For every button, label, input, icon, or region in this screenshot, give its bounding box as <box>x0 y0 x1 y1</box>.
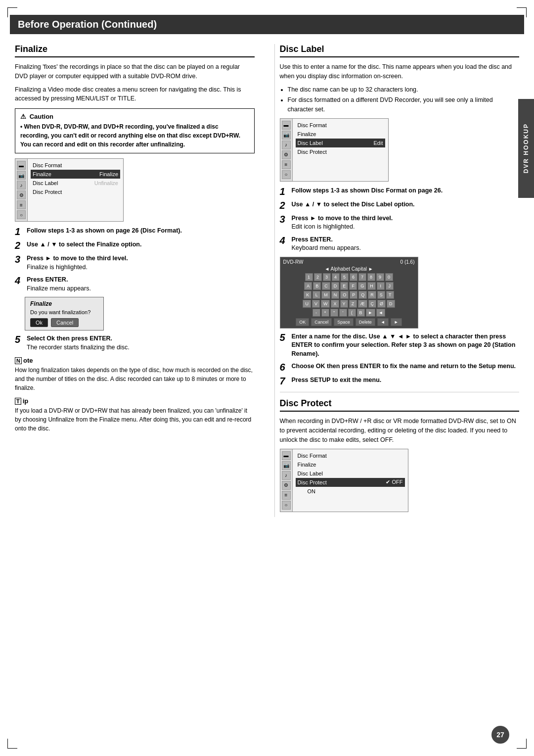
note-icon: N <box>15 357 22 364</box>
finalize-popup: Finalize Do you want finalization? Ok Ca… <box>25 297 104 331</box>
kbd-ok[interactable]: OK <box>296 318 309 326</box>
kbd-cancel[interactable]: Cancel <box>311 318 332 326</box>
caution-title: ⚠ Caution <box>20 113 249 120</box>
popup-question: Do you want finalization? <box>30 309 98 315</box>
kbd-right[interactable]: ► <box>391 318 402 326</box>
menu-items-3: Disc Format Finalize Disc Label Disc Pro… <box>293 449 408 512</box>
menu3-disc-protect: Disc Protect ✔ OFF <box>296 478 405 487</box>
disc-label-bullets: The disc name can be up to 32 characters… <box>280 85 520 114</box>
disc-label-step5: 5 Enter a name for the disc. Use ▲ ▼ ◄ ►… <box>280 332 520 359</box>
menu-icons: ▬ 📷 ♪ ⚙ ≡ ○ <box>15 159 28 221</box>
finalize-step1: 1 Follow steps 1-3 as shown on page 26 (… <box>15 227 255 236</box>
kbd-nav: ◄ Alphabet Capital ► <box>282 266 416 272</box>
menu3-finalize: Finalize <box>296 460 405 469</box>
right-column: Disc Label Use this to enter a name for … <box>274 44 520 517</box>
disc-label-step6: 6 Choose OK then press ENTER to fix the … <box>280 362 520 372</box>
corner-tl <box>7 7 17 17</box>
kbd-row-5: - * " ' ( B ► ◄ <box>282 309 416 317</box>
finalize-step4: 4 Press ENTER. Finalize menu appears. <box>15 276 255 293</box>
popup-buttons: Ok Cancel <box>30 318 98 327</box>
kbd-row-3: K L M N O P Q R S T <box>282 291 416 299</box>
kbd-space[interactable]: Space <box>334 318 354 326</box>
menu-icon3-music: ♪ <box>282 471 291 480</box>
menu-icon-camera: 📷 <box>17 171 26 180</box>
menu-items-2: Disc Format Finalize Disc Label Edit Dis… <box>293 119 388 181</box>
popup-ok-btn[interactable]: Ok <box>30 318 48 327</box>
kbd-header-left: DVD-RW <box>283 259 304 265</box>
finalize-para1: Finalizing 'fixes' the recordings in pla… <box>15 62 255 81</box>
disc-label-menu-screenshot: ▬ 📷 ♪ ⚙ ≡ ○ Disc Format Finalize Disc La <box>280 118 389 182</box>
dvr-hookup-tab: DVR HOOKUP <box>518 99 534 198</box>
tip-title: T ip <box>15 397 255 405</box>
menu-icon2-gear: ⚙ <box>282 150 291 159</box>
disc-label-step1: 1 Follow steps 1-3 as shown Disc Format … <box>280 187 520 196</box>
note-text: How long finalization takes depends on t… <box>15 366 255 392</box>
bullet-2: For discs formatted on a different DVD R… <box>288 95 520 114</box>
finalize-menu-screenshot: ▬ 📷 ♪ ⚙ ≡ ○ Disc Format Finalize Finaliz… <box>15 158 124 222</box>
finalize-step5: 5 Select Ok then press ENTER. The record… <box>15 334 255 352</box>
menu-icon2-music: ♪ <box>282 141 291 149</box>
menu-item-disc-protect: Disc Protect <box>31 188 120 196</box>
menu-icons-3: ▬ 📷 ♪ ⚙ ≡ ○ <box>280 449 293 512</box>
menu-icon2-disc: ▬ <box>282 121 291 130</box>
disc-label-step3: 3 Press ► to move to the third level. Ed… <box>280 214 520 232</box>
menu-icon-gear: ⚙ <box>17 190 26 199</box>
menu-icon2-circle: ○ <box>282 170 291 179</box>
kbd-left[interactable]: ◄ <box>377 318 389 326</box>
menu-icon3-circle: ○ <box>282 501 291 510</box>
disc-label-heading: Disc Label <box>280 44 520 57</box>
divider <box>280 392 520 392</box>
kbd-row-2: A B C D E F G H I J <box>282 282 416 290</box>
kbd-header-right: 0 (1.6) <box>400 259 415 265</box>
kbd-row-4: U V W X Y Z Æ Ç Ø D <box>282 300 416 308</box>
menu-icon3-list: ≡ <box>282 491 291 500</box>
disc-protect-heading: Disc Protect <box>280 398 520 412</box>
menu2-disc-label: Disc Label Edit <box>296 139 385 147</box>
corner-bl <box>7 739 17 749</box>
note-box: N ote How long finalization takes depend… <box>15 357 255 392</box>
disc-protect-menu-screenshot: ▬ 📷 ♪ ⚙ ≡ ○ Disc Format Finalize Disc La <box>280 449 408 512</box>
menu-icon2-list: ≡ <box>282 160 291 169</box>
disc-protect-para1: When recording in DVD+RW / +R disc or VR… <box>280 417 520 444</box>
tip-icon: T <box>15 398 21 405</box>
finalize-step3: 3 Press ► to move to the third level. Fi… <box>15 254 255 272</box>
finalize-heading: Finalize <box>15 44 255 57</box>
kbd-delete[interactable]: Delete <box>356 318 375 326</box>
menu2-finalize: Finalize <box>296 130 385 139</box>
kbd-footer: OK Cancel Space Delete ◄ ► <box>282 318 416 326</box>
finalize-step2: 2 Use ▲ / ▼ to select the Finalize optio… <box>15 240 255 250</box>
bullet-1: The disc name can be up to 32 characters… <box>288 85 520 94</box>
dvr-hookup-label: DVR HOOKUP <box>523 123 530 173</box>
finalize-para2: Finalizing a Video mode disc creates a m… <box>15 85 255 104</box>
corner-tr <box>517 7 527 17</box>
menu-item-disc-label: Disc Label Unfinalize <box>31 179 120 188</box>
menu-icons-2: ▬ 📷 ♪ ⚙ ≡ ○ <box>280 119 293 181</box>
page-number: 27 <box>496 731 504 739</box>
menu-item-disc-format: Disc Format <box>31 161 120 170</box>
menu-icon-list: ≡ <box>17 200 26 209</box>
tip-box: T ip If you load a DVD-RW or DVD+RW that… <box>15 397 255 433</box>
disc-label-para1: Use this to enter a name for the disc. T… <box>280 62 520 81</box>
finalize-column: Finalize Finalizing 'fixes' the recordin… <box>15 44 260 517</box>
caution-icon: ⚠ <box>20 113 26 120</box>
menu-icon-circle: ○ <box>17 210 26 219</box>
menu-icon3-gear: ⚙ <box>282 481 291 490</box>
popup-title: Finalize <box>30 300 98 307</box>
disc-label-step2: 2 Use ▲ / ▼ to select the Disc Label opt… <box>280 200 520 210</box>
menu3-on: ON <box>296 487 405 496</box>
two-col-layout: Finalize Finalizing 'fixes' the recordin… <box>10 44 524 517</box>
caution-text: • When DVD-R, DVD-RW, and DVD+R recordin… <box>20 122 249 149</box>
kbd-header: DVD-RW 0 (1.6) <box>282 259 416 265</box>
menu-item-finalize: Finalize Finalize <box>31 170 120 179</box>
corner-br <box>517 739 527 749</box>
page-number-badge: 27 <box>491 726 509 744</box>
tip-text: If you load a DVD-RW or DVD+RW that has … <box>15 406 255 433</box>
menu-icon2-camera: 📷 <box>282 131 291 140</box>
menu3-disc-format: Disc Format <box>296 451 405 460</box>
disc-label-step4: 4 Press ENTER. Keyboard menu appears. <box>280 236 520 253</box>
menu-items: Disc Format Finalize Finalize Disc Label… <box>28 159 123 221</box>
popup-cancel-btn[interactable]: Cancel <box>51 318 79 327</box>
menu-icon-disc: ▬ <box>17 161 26 170</box>
menu2-disc-format: Disc Format <box>296 121 385 130</box>
keyboard-screenshot: DVD-RW 0 (1.6) ◄ Alphabet Capital ► 1 2 … <box>280 257 418 329</box>
